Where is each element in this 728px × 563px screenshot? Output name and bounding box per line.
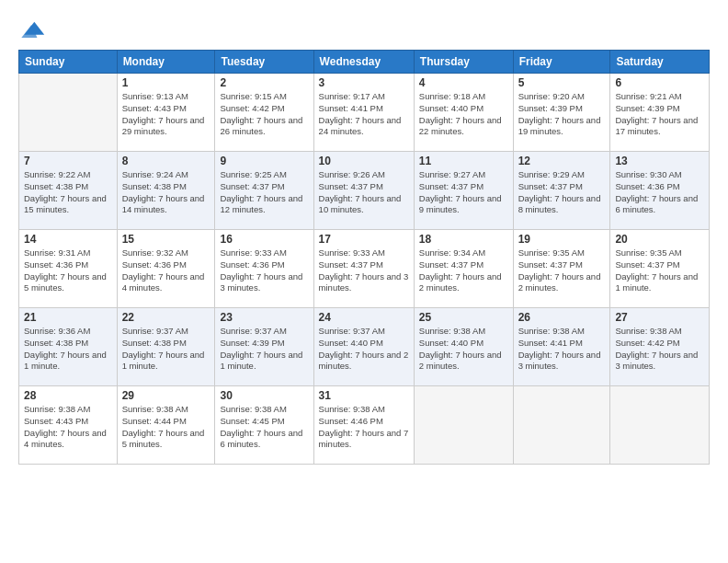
calendar-day-cell: 2Sunrise: 9:15 AMSunset: 4:42 PMDaylight… bbox=[215, 74, 313, 152]
calendar-week-row: 21Sunrise: 9:36 AMSunset: 4:38 PMDayligh… bbox=[19, 308, 710, 386]
day-detail: Sunrise: 9:38 AMSunset: 4:46 PMDaylight:… bbox=[319, 404, 409, 451]
day-detail: Sunrise: 9:37 AMSunset: 4:38 PMDaylight:… bbox=[122, 326, 210, 373]
day-number: 7 bbox=[24, 155, 112, 167]
day-detail: Sunrise: 9:13 AMSunset: 4:43 PMDaylight:… bbox=[122, 91, 210, 138]
day-detail: Sunrise: 9:38 AMSunset: 4:44 PMDaylight:… bbox=[122, 404, 210, 451]
calendar-day-cell: 4Sunrise: 9:18 AMSunset: 4:40 PMDaylight… bbox=[414, 74, 513, 152]
header bbox=[18, 15, 710, 40]
day-number: 18 bbox=[419, 233, 508, 246]
day-detail: Sunrise: 9:20 AMSunset: 4:39 PMDaylight:… bbox=[518, 91, 606, 138]
day-number: 24 bbox=[319, 311, 409, 324]
day-number: 8 bbox=[122, 155, 210, 167]
day-detail: Sunrise: 9:38 AMSunset: 4:43 PMDaylight:… bbox=[24, 404, 112, 451]
day-number: 20 bbox=[615, 233, 704, 246]
day-number: 25 bbox=[419, 311, 508, 324]
day-number: 1 bbox=[122, 76, 210, 89]
day-detail: Sunrise: 9:27 AMSunset: 4:37 PMDaylight:… bbox=[419, 169, 508, 216]
calendar-day-cell: 6Sunrise: 9:21 AMSunset: 4:39 PMDaylight… bbox=[610, 74, 710, 152]
day-detail: Sunrise: 9:15 AMSunset: 4:42 PMDaylight:… bbox=[220, 91, 308, 138]
day-number: 16 bbox=[220, 233, 308, 246]
day-detail: Sunrise: 9:37 AMSunset: 4:39 PMDaylight:… bbox=[220, 326, 308, 373]
day-number: 22 bbox=[122, 311, 210, 324]
calendar-header-cell: Sunday bbox=[19, 51, 118, 74]
day-number: 17 bbox=[319, 233, 409, 246]
calendar-day-cell bbox=[414, 386, 513, 465]
day-detail: Sunrise: 9:33 AMSunset: 4:37 PMDaylight:… bbox=[319, 247, 409, 294]
day-number: 19 bbox=[518, 233, 606, 246]
calendar-day-cell: 3Sunrise: 9:17 AMSunset: 4:41 PMDaylight… bbox=[313, 74, 414, 152]
calendar-day-cell: 18Sunrise: 9:34 AMSunset: 4:37 PMDayligh… bbox=[414, 230, 513, 308]
calendar-day-cell: 7Sunrise: 9:22 AMSunset: 4:38 PMDaylight… bbox=[19, 152, 118, 230]
calendar-header-cell: Monday bbox=[117, 51, 215, 74]
calendar-day-cell: 16Sunrise: 9:33 AMSunset: 4:36 PMDayligh… bbox=[215, 230, 313, 308]
calendar-header-cell: Tuesday bbox=[215, 51, 313, 74]
day-detail: Sunrise: 9:33 AMSunset: 4:36 PMDaylight:… bbox=[220, 247, 308, 294]
day-number: 10 bbox=[319, 155, 409, 167]
calendar-day-cell: 28Sunrise: 9:38 AMSunset: 4:43 PMDayligh… bbox=[19, 386, 118, 465]
day-number: 14 bbox=[24, 233, 112, 246]
calendar-week-row: 1Sunrise: 9:13 AMSunset: 4:43 PMDaylight… bbox=[19, 74, 710, 152]
calendar-day-cell: 14Sunrise: 9:31 AMSunset: 4:36 PMDayligh… bbox=[19, 230, 118, 308]
calendar-day-cell: 10Sunrise: 9:26 AMSunset: 4:37 PMDayligh… bbox=[313, 152, 414, 230]
calendar-week-row: 7Sunrise: 9:22 AMSunset: 4:38 PMDaylight… bbox=[19, 152, 710, 230]
calendar-day-cell: 19Sunrise: 9:35 AMSunset: 4:37 PMDayligh… bbox=[513, 230, 610, 308]
calendar-body: 1Sunrise: 9:13 AMSunset: 4:43 PMDaylight… bbox=[19, 74, 710, 465]
calendar-header-cell: Friday bbox=[513, 51, 610, 74]
calendar-day-cell: 27Sunrise: 9:38 AMSunset: 4:42 PMDayligh… bbox=[610, 308, 710, 386]
day-detail: Sunrise: 9:31 AMSunset: 4:36 PMDaylight:… bbox=[24, 247, 112, 294]
page: SundayMondayTuesdayWednesdayThursdayFrid… bbox=[0, 0, 728, 563]
calendar-day-cell bbox=[610, 386, 710, 465]
day-number: 12 bbox=[518, 155, 606, 167]
calendar-day-cell bbox=[513, 386, 610, 465]
day-number: 6 bbox=[615, 76, 704, 89]
calendar-week-row: 14Sunrise: 9:31 AMSunset: 4:36 PMDayligh… bbox=[19, 230, 710, 308]
calendar-day-cell: 5Sunrise: 9:20 AMSunset: 4:39 PMDaylight… bbox=[513, 74, 610, 152]
day-detail: Sunrise: 9:36 AMSunset: 4:38 PMDaylight:… bbox=[24, 326, 112, 373]
logo bbox=[18, 15, 50, 40]
day-detail: Sunrise: 9:38 AMSunset: 4:40 PMDaylight:… bbox=[419, 326, 508, 373]
calendar-day-cell: 12Sunrise: 9:29 AMSunset: 4:37 PMDayligh… bbox=[513, 152, 610, 230]
calendar-header-row: SundayMondayTuesdayWednesdayThursdayFrid… bbox=[19, 51, 710, 74]
calendar-day-cell: 26Sunrise: 9:38 AMSunset: 4:41 PMDayligh… bbox=[513, 308, 610, 386]
day-number: 11 bbox=[419, 155, 508, 167]
calendar-day-cell: 25Sunrise: 9:38 AMSunset: 4:40 PMDayligh… bbox=[414, 308, 513, 386]
calendar-day-cell: 22Sunrise: 9:37 AMSunset: 4:38 PMDayligh… bbox=[117, 308, 215, 386]
day-number: 26 bbox=[518, 311, 606, 324]
calendar-day-cell: 8Sunrise: 9:24 AMSunset: 4:38 PMDaylight… bbox=[117, 152, 215, 230]
day-number: 23 bbox=[220, 311, 308, 324]
day-detail: Sunrise: 9:22 AMSunset: 4:38 PMDaylight:… bbox=[24, 169, 112, 216]
day-number: 3 bbox=[319, 76, 409, 89]
day-number: 9 bbox=[220, 155, 308, 167]
calendar-day-cell: 9Sunrise: 9:25 AMSunset: 4:37 PMDaylight… bbox=[215, 152, 313, 230]
day-detail: Sunrise: 9:25 AMSunset: 4:37 PMDaylight:… bbox=[220, 169, 308, 216]
day-number: 2 bbox=[220, 76, 308, 89]
day-detail: Sunrise: 9:38 AMSunset: 4:45 PMDaylight:… bbox=[220, 404, 308, 451]
logo-icon bbox=[18, 15, 46, 40]
calendar-header-cell: Saturday bbox=[610, 51, 710, 74]
day-detail: Sunrise: 9:34 AMSunset: 4:37 PMDaylight:… bbox=[419, 247, 508, 294]
day-number: 5 bbox=[518, 76, 606, 89]
day-detail: Sunrise: 9:17 AMSunset: 4:41 PMDaylight:… bbox=[319, 91, 409, 138]
calendar-day-cell: 11Sunrise: 9:27 AMSunset: 4:37 PMDayligh… bbox=[414, 152, 513, 230]
calendar-day-cell: 13Sunrise: 9:30 AMSunset: 4:36 PMDayligh… bbox=[610, 152, 710, 230]
calendar-table: SundayMondayTuesdayWednesdayThursdayFrid… bbox=[18, 50, 710, 465]
calendar-day-cell: 20Sunrise: 9:35 AMSunset: 4:37 PMDayligh… bbox=[610, 230, 710, 308]
calendar-day-cell: 30Sunrise: 9:38 AMSunset: 4:45 PMDayligh… bbox=[215, 386, 313, 465]
day-detail: Sunrise: 9:21 AMSunset: 4:39 PMDaylight:… bbox=[615, 91, 704, 138]
calendar-header-cell: Wednesday bbox=[313, 51, 414, 74]
day-detail: Sunrise: 9:18 AMSunset: 4:40 PMDaylight:… bbox=[419, 91, 508, 138]
day-detail: Sunrise: 9:29 AMSunset: 4:37 PMDaylight:… bbox=[518, 169, 606, 216]
day-detail: Sunrise: 9:32 AMSunset: 4:36 PMDaylight:… bbox=[122, 247, 210, 294]
day-number: 30 bbox=[220, 389, 308, 402]
calendar-day-cell bbox=[19, 74, 118, 152]
day-detail: Sunrise: 9:37 AMSunset: 4:40 PMDaylight:… bbox=[319, 326, 409, 373]
day-detail: Sunrise: 9:38 AMSunset: 4:42 PMDaylight:… bbox=[615, 326, 704, 373]
day-number: 4 bbox=[419, 76, 508, 89]
calendar-day-cell: 21Sunrise: 9:36 AMSunset: 4:38 PMDayligh… bbox=[19, 308, 118, 386]
calendar-day-cell: 29Sunrise: 9:38 AMSunset: 4:44 PMDayligh… bbox=[117, 386, 215, 465]
day-number: 13 bbox=[615, 155, 704, 167]
day-detail: Sunrise: 9:24 AMSunset: 4:38 PMDaylight:… bbox=[122, 169, 210, 216]
calendar-day-cell: 31Sunrise: 9:38 AMSunset: 4:46 PMDayligh… bbox=[313, 386, 414, 465]
day-number: 29 bbox=[122, 389, 210, 402]
calendar-day-cell: 17Sunrise: 9:33 AMSunset: 4:37 PMDayligh… bbox=[313, 230, 414, 308]
